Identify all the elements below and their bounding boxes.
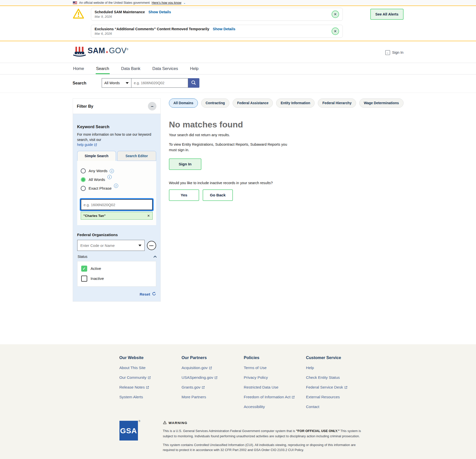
uncle-sam-hat-icon: ★ ★ ★ [73,46,86,59]
external-link-icon [202,386,205,389]
radio-any-words-label: Any Words [89,169,108,173]
show-details-link[interactable]: Show Details [213,27,235,31]
yes-button[interactable]: Yes [169,189,199,201]
collapse-filters-icon[interactable]: – [148,102,156,110]
warning-block: WARNING This is a U.S. General Services … [163,421,363,453]
footer-link-check-entity-status[interactable]: Check Entity Status [306,375,368,380]
footer-link-system-alerts[interactable]: System Alerts [119,395,182,399]
nav-item-help[interactable]: Help [190,63,199,74]
warning-paragraph-2: This system contains Controlled Unclassi… [163,443,363,453]
nav-item-data-services[interactable]: Data Services [152,63,179,74]
footer-link-our-community[interactable]: Our Community [119,375,182,380]
footer-link-terms-of-use[interactable]: Terms of Use [244,366,306,370]
close-icon[interactable]: ✕ [332,10,339,18]
domain-tab-entity-information[interactable]: Entity Information [276,98,315,108]
chip-remove-icon[interactable]: ✕ [147,214,150,218]
site-footer: Our Website About This Site Our Communit… [0,344,476,459]
nav-item-home[interactable]: Home [73,63,85,74]
see-all-alerts-button[interactable]: See All Alerts [370,9,403,20]
main-nav: Home Search Data Bank Data Services Help [0,63,476,74]
reset-link[interactable]: Reset [140,292,150,297]
checkbox-active[interactable]: ✓ [81,266,87,272]
alert-card: Exclusions “Additional Comments” Content… [91,25,343,38]
search-input[interactable] [131,78,188,88]
logo-sam-text: SAM [88,46,105,55]
footer-link-privacy-policy[interactable]: Privacy Policy [244,375,306,380]
keyword-input[interactable] [81,199,153,210]
search-submit-button[interactable] [188,78,199,88]
info-icon[interactable]: i [110,169,114,173]
radio-exact-phrase[interactable] [81,186,86,191]
gov-banner: An official website of the United States… [0,0,476,6]
footer-link-external-resources[interactable]: External Resources [306,395,368,399]
footer-link-acquisition-gov[interactable]: Acquisition.gov [182,366,244,370]
radio-any-words[interactable] [81,168,86,173]
radio-exact-phrase-label: Exact Phrase [89,186,112,191]
gsa-logo: GSA ® [119,421,138,453]
caret-down-icon [138,245,141,246]
tab-search-editor[interactable]: Search Editor [117,151,156,161]
domain-tab-contracting[interactable]: Contracting [201,98,229,108]
nav-item-search[interactable]: Search [96,63,110,74]
domain-tab-federal-hierarchy[interactable]: Federal Hierarchy [318,98,356,108]
footer-link-restricted-data-use[interactable]: Restricted Data Use [244,385,306,390]
search-type-select[interactable]: All Words [102,78,131,88]
search-label: Search [73,81,102,85]
external-link-icon [148,376,151,379]
gov-banner-text: An official website of the United States… [79,1,150,4]
footer-link-help[interactable]: Help [306,366,368,370]
nav-item-data-bank[interactable]: Data Bank [121,63,141,74]
footer-link-federal-service-desk[interactable]: Federal Service Desk [306,385,368,390]
alert-date: Mar 9, 2026 [95,15,332,18]
footer-link-usaspending-gov[interactable]: USASpending.gov [182,375,244,380]
keyword-chip: "Charles Tan" ✕ [81,212,153,220]
caret-down-icon [126,82,129,84]
filter-panel: Filter By – Keyword Search For more info… [73,98,161,302]
federal-organizations-placeholder: Enter Code or Name [80,243,115,248]
close-icon[interactable]: ✕ [332,27,339,35]
footer-link-about-this-site[interactable]: About This Site [119,366,182,370]
sign-in-button[interactable]: Sign In [169,158,201,170]
how-you-know-link[interactable]: Here’s how you know [152,1,181,4]
keyword-chip-label: "Charles Tan" [83,214,106,218]
footer-link-foia[interactable]: Freedom of Information Act [244,395,306,399]
alert-title: Scheduled SAM Maintenance [95,10,145,14]
federal-organizations-select[interactable]: Enter Code or Name [77,240,145,251]
radio-all-words[interactable] [81,177,86,182]
chevron-down-icon[interactable]: ⌄ [183,1,186,4]
sign-in-link[interactable]: ← Sign In [385,50,403,55]
tab-simple-search[interactable]: Simple Search [77,151,116,161]
help-guide-link[interactable]: help guide [77,143,97,147]
reset-icon[interactable] [152,292,156,297]
info-icon[interactable]: i [107,175,112,179]
external-link-icon [94,143,97,146]
go-back-button[interactable]: Go Back [203,189,233,201]
footer-link-more-partners[interactable]: More Partners [182,395,244,399]
sam-gov-logo[interactable]: ★ ★ ★ SAM★GOV® [73,46,129,59]
domain-tab-all-domains[interactable]: All Domains [169,98,198,108]
show-details-link[interactable]: Show Details [148,10,171,14]
footer-heading-policies: Policies [244,355,306,360]
footer-link-accessibility[interactable]: Accessibility [244,405,306,409]
footer-link-contact[interactable]: Contact [306,405,368,409]
main-content: Filter By – Keyword Search For more info… [0,93,476,344]
logo-gov-text: GOV [109,46,126,55]
warning-triangle-icon [73,8,84,20]
keyword-info-text: For more information on how to use our k… [77,132,156,142]
alert-card: Scheduled SAM Maintenance Show Details M… [91,8,343,21]
info-icon[interactable]: i [114,184,118,188]
footer-link-release-notes[interactable]: Release Notes [119,385,182,390]
keyword-search-heading: Keyword Search [77,124,156,129]
external-link-icon [214,376,218,379]
external-link-icon [146,386,149,389]
domain-tabs: All Domains Contracting Federal Assistan… [169,98,404,108]
checkbox-inactive[interactable] [81,276,87,282]
sign-in-note: To view Entity Registrations, Subcontrac… [169,142,294,153]
sign-in-arrow-icon: ← [385,50,390,55]
domain-tab-federal-assistance[interactable]: Federal Assistance [233,98,273,108]
chevron-up-icon[interactable] [153,256,157,259]
radio-all-words-label: All Words [89,177,105,182]
domain-tab-wage-determinations[interactable]: Wage Determinations [359,98,404,108]
more-options-icon[interactable]: ••• [147,241,156,250]
footer-link-grants-gov[interactable]: Grants.gov [182,385,244,390]
